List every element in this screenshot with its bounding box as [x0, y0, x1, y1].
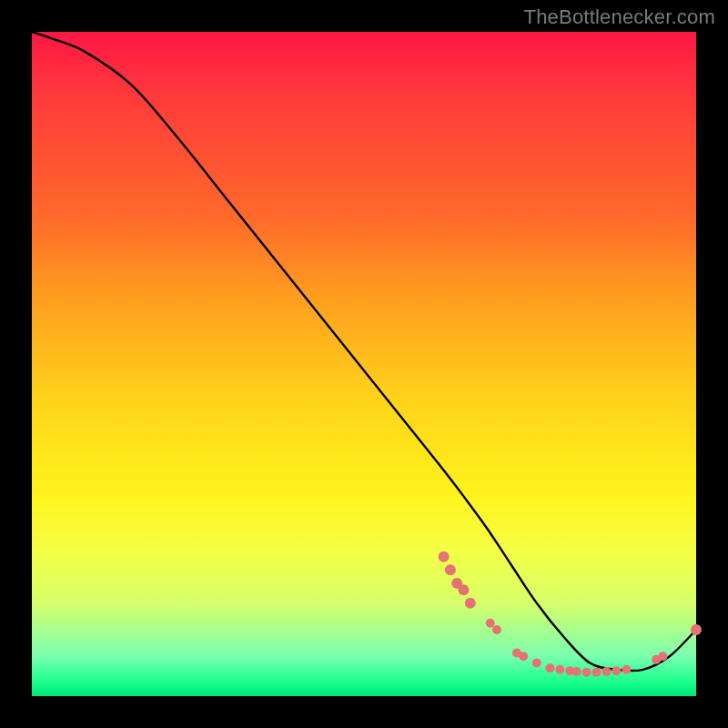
marker-point	[612, 666, 621, 675]
marker-point	[622, 665, 631, 674]
marker-point	[439, 551, 450, 562]
highlighted-points	[439, 551, 702, 677]
chart-frame: TheBottlenecker.com	[0, 0, 728, 728]
marker-point	[602, 667, 611, 676]
marker-point	[545, 663, 554, 672]
watermark-text: TheBottlenecker.com	[524, 5, 715, 29]
marker-point	[492, 625, 501, 634]
marker-point	[445, 564, 456, 575]
curve-svg	[32, 32, 696, 696]
marker-point	[659, 652, 668, 661]
marker-point	[532, 659, 541, 668]
marker-point	[572, 667, 581, 676]
marker-point	[465, 598, 476, 609]
marker-point	[691, 624, 702, 635]
marker-point	[486, 619, 495, 628]
plot-area	[32, 32, 696, 696]
marker-point	[519, 652, 528, 661]
marker-point	[555, 665, 564, 674]
marker-point	[459, 584, 470, 595]
marker-point	[592, 668, 602, 677]
marker-point	[582, 668, 592, 677]
bottleneck-curve	[32, 32, 696, 671]
